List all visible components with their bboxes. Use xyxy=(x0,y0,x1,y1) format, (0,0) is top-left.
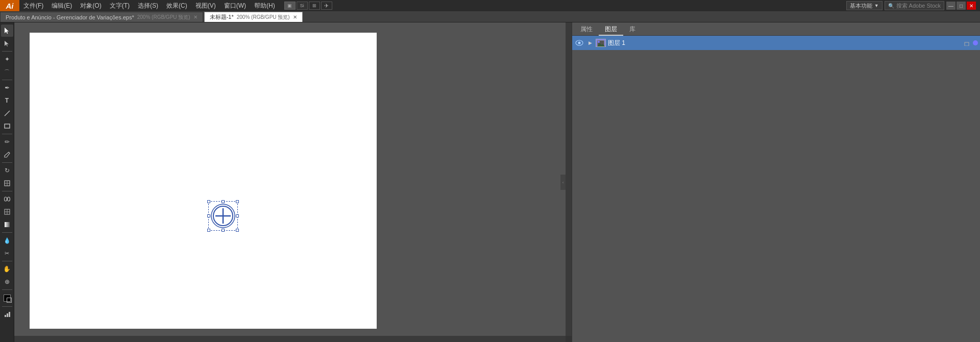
pencil-tool-button[interactable]: ✏ xyxy=(1,136,13,148)
rotate-tool-button[interactable]: ↻ xyxy=(1,164,13,177)
tab-layers[interactable]: 图层 xyxy=(599,22,623,36)
maximize-button[interactable]: □ xyxy=(957,2,966,10)
svg-point-8 xyxy=(4,197,7,201)
tab-1-label: 未标题-1* xyxy=(210,13,234,21)
eyedropper-tool-button[interactable]: 💧 xyxy=(1,234,13,247)
svg-rect-14 xyxy=(5,315,6,317)
right-panel-tabs: 属性 图层 库 xyxy=(572,22,980,36)
menu-type[interactable]: 文字(T) xyxy=(106,0,134,11)
menu-edit[interactable]: 编辑(E) xyxy=(47,0,76,11)
svg-point-22 xyxy=(578,42,581,44)
toolbar-icon-3[interactable]: ⊞ xyxy=(309,2,320,10)
tab-0-zoom: 200% (RGB/GPU 预览) xyxy=(137,14,190,21)
tab-1-zoom: 200% (RGB/GPU 预览) xyxy=(237,14,290,21)
tab-0[interactable]: Produto e Anúncio - Gerenciador de Varia… xyxy=(0,12,203,22)
tool-separator-2 xyxy=(2,80,12,80)
app-logo: Ai xyxy=(0,0,19,11)
minimize-button[interactable]: — xyxy=(946,2,955,10)
svg-rect-13 xyxy=(5,222,10,227)
svg-rect-16 xyxy=(9,312,10,317)
layer-visibility-toggle[interactable] xyxy=(574,38,584,48)
tab-1[interactable]: 未标题-1* 200% (RGB/GPU 预览) ✕ xyxy=(204,12,303,22)
svg-marker-4 xyxy=(5,152,10,157)
toolbar-icon-1[interactable]: ▣ xyxy=(284,2,296,10)
blend-tool-button[interactable] xyxy=(1,193,13,205)
menu-help[interactable]: 帮助(H) xyxy=(250,0,279,11)
tab-properties[interactable]: 属性 xyxy=(574,22,599,36)
search-stock-input[interactable]: 🔍 搜索 Adobe Stock xyxy=(885,1,944,10)
type-tool-button[interactable]: T xyxy=(1,94,13,107)
workspace-selector[interactable]: 基本功能 ▼ xyxy=(846,1,883,10)
vertical-scrollbar[interactable] xyxy=(566,22,572,336)
workspace-label: 基本功能 xyxy=(850,2,872,10)
svg-line-2 xyxy=(5,111,10,116)
workspace-chevron-icon: ▼ xyxy=(874,3,879,8)
tool-separator-4 xyxy=(2,162,12,163)
select-tool-button[interactable] xyxy=(1,25,13,37)
toolbar-icon-4[interactable]: ✈ xyxy=(321,2,332,10)
fill-stroke-colors[interactable] xyxy=(2,292,13,304)
menu-bar: Ai 文件(F) 编辑(E) 对象(O) 文字(T) 选择(S) 效果(C) 视… xyxy=(0,0,980,11)
close-button[interactable]: ✕ xyxy=(967,2,976,10)
placed-object[interactable] xyxy=(208,201,238,231)
layers-panel: ▶ 图层 1 xyxy=(572,36,980,342)
search-stock-label: 搜索 Adobe Stock xyxy=(896,2,941,10)
menu-select[interactable]: 选择(S) xyxy=(134,0,162,11)
layer-name-label: 图层 1 xyxy=(608,39,961,47)
eraser-tool-button[interactable] xyxy=(1,149,13,161)
tool-separator-9 xyxy=(2,306,12,307)
tool-separator-5 xyxy=(2,191,12,191)
menu-right: 基本功能 ▼ 🔍 搜索 Adobe Stock — □ ✕ xyxy=(846,1,980,10)
canvas xyxy=(30,33,377,329)
tab-library[interactable]: 库 xyxy=(623,22,642,36)
lasso-tool-button[interactable]: ⌒ xyxy=(1,66,13,78)
magic-wand-tool-button[interactable]: ✦ xyxy=(1,53,13,65)
transform-tool-button[interactable] xyxy=(1,177,13,189)
pen-tool-button[interactable]: ✒ xyxy=(1,82,13,94)
toolbar-icon-2[interactable]: Si xyxy=(297,2,308,10)
window-controls: — □ ✕ xyxy=(946,2,976,10)
tab-0-label: Produto e Anúncio - Gerenciador de Varia… xyxy=(6,14,134,20)
menu-view[interactable]: 视图(V) xyxy=(191,0,220,11)
rect-tool-button[interactable] xyxy=(1,120,13,132)
tool-separator-1 xyxy=(2,51,12,52)
panel-collapse-handle[interactable]: ‹ xyxy=(560,175,566,190)
svg-marker-1 xyxy=(5,41,9,46)
gradient-tool-button[interactable] xyxy=(1,218,13,231)
layer-color-indicator xyxy=(973,40,978,45)
mesh-tool-button[interactable] xyxy=(1,206,13,218)
svg-rect-26 xyxy=(965,42,969,46)
tool-separator-8 xyxy=(2,289,12,290)
menu-file[interactable]: 文件(F) xyxy=(19,0,47,11)
menu-effect[interactable]: 效果(C) xyxy=(162,0,191,11)
line-tool-button[interactable] xyxy=(1,107,13,119)
direct-select-tool-button[interactable] xyxy=(1,37,13,50)
svg-point-9 xyxy=(7,197,10,201)
layers-body xyxy=(572,50,980,342)
tool-separator-3 xyxy=(2,134,12,134)
layer-row-1[interactable]: ▶ 图层 1 xyxy=(572,36,980,50)
circle-plus-icon xyxy=(210,203,236,229)
tab-1-close[interactable]: ✕ xyxy=(293,15,297,20)
tool-separator-6 xyxy=(2,232,12,233)
zoom-tool-button[interactable]: ⊕ xyxy=(1,276,13,288)
tab-0-close[interactable]: ✕ xyxy=(193,15,198,20)
svg-rect-15 xyxy=(7,313,8,317)
tabs-bar: Produto e Anúncio - Gerenciador de Varia… xyxy=(0,11,980,22)
scissors-tool-button[interactable]: ✂ xyxy=(1,247,13,259)
hand-tool-button[interactable]: ✋ xyxy=(1,263,13,275)
menu-window[interactable]: 窗口(W) xyxy=(220,0,250,11)
layer-expand-button[interactable]: ▶ xyxy=(586,39,594,46)
svg-marker-0 xyxy=(5,28,9,34)
svg-rect-3 xyxy=(5,124,10,128)
scroll-corner xyxy=(566,336,572,342)
main-area: ✦ ⌒ ✒ T ✏ ↻ xyxy=(0,22,980,342)
canvas-container[interactable]: ‹ xyxy=(14,22,572,342)
right-panel: 属性 图层 库 ▶ 图层 1 xyxy=(572,22,980,342)
layer-lock-icon[interactable] xyxy=(963,39,971,47)
svg-point-24 xyxy=(598,41,600,43)
chart-tool-button[interactable] xyxy=(1,308,13,321)
horizontal-scrollbar[interactable] xyxy=(14,336,566,342)
left-toolbar: ✦ ⌒ ✒ T ✏ ↻ xyxy=(0,22,14,342)
menu-object[interactable]: 对象(O) xyxy=(76,0,105,11)
